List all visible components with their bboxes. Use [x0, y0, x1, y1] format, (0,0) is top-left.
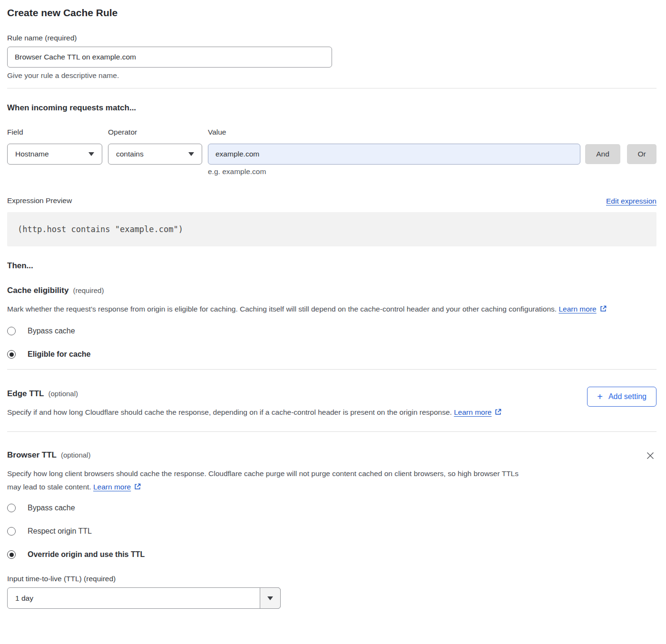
radio-icon[interactable] — [7, 527, 16, 536]
radio-label: Bypass cache — [28, 504, 75, 512]
radio-label: Bypass cache — [28, 327, 75, 335]
browser-ttl-description: Specify how long client browsers should … — [7, 467, 521, 494]
edit-expression-link[interactable]: Edit expression — [606, 197, 656, 205]
page-title: Create new Cache Rule — [7, 7, 656, 19]
rule-name-input[interactable] — [7, 47, 332, 68]
plus-icon: + — [597, 392, 603, 401]
radio-icon[interactable] — [7, 550, 16, 559]
and-button[interactable]: And — [585, 144, 620, 164]
cache-eligibility-header: Cache eligibility (required) — [7, 284, 656, 297]
field-label: Field — [7, 127, 108, 137]
ttl-select-value: 1 day — [15, 594, 33, 603]
radio-icon[interactable] — [7, 327, 16, 335]
browser-ttl-section: Browser TTL (optional) Specify how long … — [7, 432, 656, 609]
radio-option-respect-origin-ttl[interactable]: Respect origin TTL — [7, 526, 656, 537]
radio-option-override-origin-ttl[interactable]: Override origin and use this TTL — [7, 549, 656, 560]
value-input[interactable] — [208, 144, 580, 165]
close-icon — [646, 451, 655, 460]
rule-name-help: Give your rule a descriptive name. — [7, 71, 656, 80]
edge-ttl-description: Specify if and how long Cloudflare shoul… — [7, 406, 528, 419]
field-select[interactable]: Hostname — [7, 144, 102, 165]
operator-select-value: contains — [116, 150, 144, 158]
radio-option-eligible-for-cache[interactable]: Eligible for cache — [7, 349, 656, 360]
add-setting-button[interactable]: + Add setting — [587, 387, 656, 407]
ttl-select-arrow-segment[interactable] — [260, 587, 281, 609]
radio-label: Override origin and use this TTL — [28, 550, 145, 559]
external-link-icon — [599, 305, 607, 312]
or-button[interactable]: Or — [627, 144, 656, 164]
operator-label: Operator — [108, 127, 208, 137]
browser-ttl-header: Browser TTL (optional) — [7, 449, 656, 461]
radio-icon[interactable] — [7, 350, 16, 359]
value-example-help: e.g. example.com — [208, 167, 656, 176]
match-heading: When incoming requests match... — [7, 102, 656, 114]
ttl-select[interactable]: 1 day — [7, 587, 281, 609]
learn-more-link[interactable]: Learn more — [454, 408, 491, 416]
chevron-down-icon — [188, 152, 194, 156]
expression-code-block: (http.host contains "example.com") — [7, 212, 656, 246]
operator-select[interactable]: contains — [108, 144, 202, 165]
edge-ttl-title: Edge TTL — [7, 388, 44, 400]
external-link-icon — [494, 408, 502, 416]
rule-name-label: Rule name (required) — [7, 33, 656, 43]
radio-label: Eligible for cache — [28, 350, 90, 359]
expression-preview-row: Expression Preview Edit expression — [7, 196, 656, 205]
cache-eligibility-description: Mark whether the request’s response from… — [7, 302, 647, 316]
external-link-icon — [134, 483, 141, 490]
optional-note: (optional) — [61, 451, 91, 459]
optional-note: (optional) — [48, 390, 78, 398]
cache-eligibility-options: Bypass cache Eligible for cache — [7, 326, 656, 360]
required-note: (required) — [73, 286, 104, 294]
radio-option-bypass-cache[interactable]: Bypass cache — [7, 503, 656, 513]
radio-icon[interactable] — [7, 504, 16, 512]
browser-ttl-title: Browser TTL — [7, 449, 57, 461]
value-label: Value — [208, 127, 226, 137]
radio-option-bypass-cache[interactable]: Bypass cache — [7, 326, 656, 336]
chevron-down-icon — [267, 596, 273, 600]
learn-more-link[interactable]: Learn more — [93, 483, 131, 491]
browser-ttl-options: Bypass cache Respect origin TTL Override… — [7, 503, 656, 560]
radio-label: Respect origin TTL — [28, 527, 92, 536]
close-button[interactable] — [645, 451, 656, 461]
ttl-input-label: Input time-to-live (TTL) (required) — [7, 574, 656, 584]
create-cache-rule-form: Create new Cache Rule Rule name (require… — [0, 0, 666, 617]
divider — [7, 88, 656, 88]
edge-ttl-section: Edge TTL (optional) + Add setting Specif… — [7, 370, 656, 419]
then-heading: Then... — [7, 260, 656, 272]
edge-ttl-header: Edge TTL (optional) — [7, 388, 656, 400]
field-select-value: Hostname — [15, 150, 49, 158]
match-labels-row: Field Operator Value — [7, 127, 656, 137]
learn-more-link[interactable]: Learn more — [558, 305, 596, 313]
expression-code: (http.host contains "example.com") — [18, 224, 183, 234]
add-setting-label: Add setting — [608, 392, 646, 401]
match-controls-row: Hostname contains And Or — [7, 144, 656, 165]
expression-preview-label: Expression Preview — [7, 196, 72, 205]
chevron-down-icon — [88, 152, 94, 156]
cache-eligibility-title: Cache eligibility — [7, 284, 69, 297]
